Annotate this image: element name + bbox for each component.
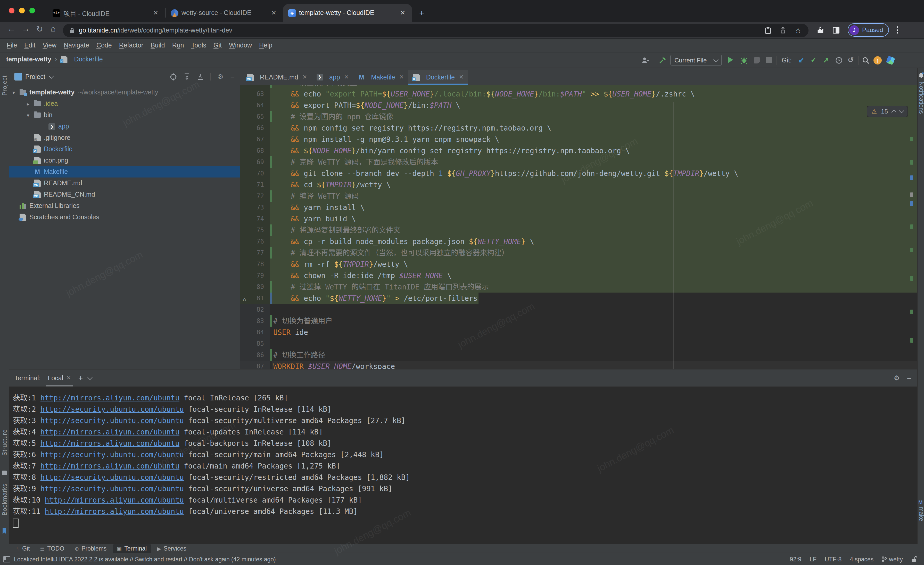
bookmark-star-icon[interactable]: ☆ <box>795 26 801 35</box>
run-configuration-select[interactable]: Current File <box>670 55 722 66</box>
close-tab-icon[interactable]: ✕ <box>344 74 349 81</box>
code-line[interactable]: 86# 切换工作路径 <box>240 349 917 361</box>
tree-item-bin[interactable]: ▾bin <box>9 110 240 121</box>
share-icon[interactable] <box>780 27 787 34</box>
tool-strip-make[interactable]: make <box>918 507 924 521</box>
notifications-bell-icon[interactable] <box>918 72 924 78</box>
code-line[interactable]: 72 # 编译 WeTTY 源码 <box>240 191 917 202</box>
terminal-settings-gear-icon[interactable]: ⚙ <box>894 374 900 382</box>
extensions-icon[interactable] <box>817 26 825 34</box>
terminal-link[interactable]: http://mirrors.aliyun.com/ubuntu <box>40 439 179 447</box>
new-tab-button[interactable]: + <box>415 7 429 20</box>
history-clock-icon[interactable] <box>836 57 843 64</box>
tree-item-icon-png[interactable]: icon.png <box>9 155 240 166</box>
code-line[interactable]: 63 && echo "export PATH=${USER_HOME}/.lo… <box>240 88 917 99</box>
run-button[interactable] <box>728 57 733 63</box>
tree-item-makefile[interactable]: MMakefile <box>9 166 240 177</box>
git-update-icon[interactable]: ↙ <box>798 56 804 64</box>
code-line[interactable]: 81⌂ && echo "${WETTY_HOME}" > /etc/port-… <box>240 293 917 304</box>
browser-tab[interactable]: wetty-source - CloudIDE✕ <box>165 4 283 22</box>
browser-menu-icon[interactable] <box>896 26 898 33</box>
address-bar[interactable]: go.titanide.cn/ide/web/coding/template-w… <box>63 24 808 37</box>
tool-strip-bookmarks[interactable]: Bookmarks <box>2 484 8 515</box>
project-panel-title[interactable]: Project <box>25 73 45 80</box>
status-message-text[interactable]: Localized IntelliJ IDEA 2022.2.2 is avai… <box>14 556 276 562</box>
menu-item-build[interactable]: Build <box>147 42 169 49</box>
close-tab-icon[interactable]: ✕ <box>399 74 404 81</box>
side-panel-icon[interactable] <box>832 26 840 34</box>
menu-item-code[interactable]: Code <box>93 42 116 49</box>
code-line[interactable]: 64 && export PATH=${NODE_HOME}/bin:$PATH… <box>240 99 917 111</box>
collapse-all-icon[interactable] <box>197 73 204 80</box>
terminal-cursor-line[interactable] <box>13 517 917 528</box>
tool-button-git[interactable]: ⑂Git <box>12 544 34 553</box>
tool-button-todo[interactable]: ☰TODO <box>36 544 68 553</box>
browser-tab[interactable]: <t>项目 - CloudIDE✕ <box>47 4 165 22</box>
terminal-link[interactable]: http://mirrors.aliyun.com/ubuntu <box>40 428 179 436</box>
editor-tab-readme-md[interactable]: MDREADME.md✕ <box>242 70 312 85</box>
debug-bug-icon[interactable] <box>740 56 748 64</box>
inspections-widget[interactable]: ⚠ 15 <box>867 106 908 117</box>
code-line[interactable]: 71 && cd ${TMPDIR}/wetty \ <box>240 179 917 191</box>
terminal-link[interactable]: http://security.ubuntu.com/ubuntu <box>40 405 184 413</box>
search-icon[interactable] <box>862 57 869 64</box>
profile-tool-icon[interactable] <box>641 56 650 64</box>
menu-item-window[interactable]: Window <box>225 42 255 49</box>
toolwindow-toggle-icon[interactable] <box>3 556 10 562</box>
terminal-dropdown-icon[interactable] <box>87 374 92 380</box>
code-line[interactable]: 65 # 设置为国内的 npm 仓库镜像 <box>240 111 917 122</box>
expand-all-icon[interactable] <box>184 73 190 80</box>
menu-item-help[interactable]: Help <box>255 42 276 49</box>
tool-button-problems[interactable]: ⊕Problems <box>70 544 111 553</box>
code-line[interactable]: 74 && yarn build \ <box>240 213 917 224</box>
chevron-down-icon[interactable] <box>49 73 54 78</box>
code-area[interactable]: 62 # 设置相关环境变量63 && echo "export PATH=${U… <box>240 85 917 369</box>
terminal-output[interactable]: 获取:1 http://mirrors.aliyun.com/ubuntu fo… <box>9 387 917 528</box>
browser-tab[interactable]: ◈template-wetty - CloudIDE✕ <box>283 4 412 22</box>
forward-icon[interactable]: → <box>22 24 30 33</box>
terminal-minimize-icon[interactable]: − <box>907 374 911 382</box>
bookmark-icon[interactable] <box>2 528 7 534</box>
gear-icon[interactable]: ⚙ <box>218 73 224 81</box>
tree-item-readme-cn-md[interactable]: MDREADME_CN.md <box>9 189 240 200</box>
home-icon[interactable]: ⌂ <box>51 24 56 33</box>
ide-update-icon[interactable]: ↑ <box>873 56 882 65</box>
line-separator[interactable]: LF <box>810 556 816 562</box>
git-branch-widget[interactable]: wetty <box>882 556 903 562</box>
tree-item--gitignore[interactable]: ⊘.gitignore <box>9 132 240 143</box>
caret-position[interactable]: 92:9 <box>790 556 801 562</box>
terminal-link[interactable]: http://mirrors.aliyun.com/ubuntu <box>45 507 184 515</box>
rollback-icon[interactable]: ↺ <box>848 56 854 64</box>
code-line[interactable]: 80 # 过滤掉 WeTTY 的端口在 TitanIDE 应用端口列表的展示 <box>240 281 917 293</box>
file-encoding[interactable]: UTF-8 <box>825 556 842 562</box>
tree-item-readme-md[interactable]: MDREADME.md <box>9 177 240 189</box>
terminal-link[interactable]: http://security.ubuntu.com/ubuntu <box>40 451 184 459</box>
locate-file-icon[interactable] <box>170 73 177 80</box>
menu-item-file[interactable]: File <box>3 42 21 49</box>
terminal-tab-local[interactable]: Local ✕ <box>46 370 73 386</box>
terminal-link[interactable]: http://security.ubuntu.com/ubuntu <box>40 484 184 493</box>
close-tab-icon[interactable]: ✕ <box>152 9 160 17</box>
clipboard-icon[interactable] <box>765 27 772 34</box>
hide-panel-icon[interactable]: − <box>231 72 235 81</box>
menu-item-tools[interactable]: Tools <box>188 42 210 49</box>
code-line[interactable]: 79 && chown -R ide:ide /tmp $USER_HOME \ <box>240 270 917 281</box>
terminal-link[interactable]: http://security.ubuntu.com/ubuntu <box>40 416 184 425</box>
editor-tab-makefile[interactable]: MMakefile✕ <box>354 70 409 85</box>
menu-item-refactor[interactable]: Refactor <box>116 42 147 49</box>
tree-chevron-icon[interactable]: ▾ <box>12 90 20 95</box>
code-line[interactable]: 76 && cp -r build node_modules package.j… <box>240 236 917 247</box>
menu-item-navigate[interactable]: Navigate <box>60 42 93 49</box>
coverage-icon[interactable] <box>754 57 760 63</box>
close-icon[interactable]: ✕ <box>66 374 71 381</box>
tree-chevron-icon[interactable]: ▸ <box>27 101 34 107</box>
tree-item-dockerfile[interactable]: DDockerfile <box>9 143 240 155</box>
tree-item-scratches-and-consoles[interactable]: Scratches and Consoles <box>9 212 240 223</box>
status-message[interactable]: Localized IntelliJ IDEA 2022.2.2 is avai… <box>3 556 276 562</box>
tree-item-external-libraries[interactable]: External Libraries <box>9 200 240 212</box>
terminal-link[interactable]: http://security.ubuntu.com/ubuntu <box>40 473 184 481</box>
menu-item-edit[interactable]: Edit <box>21 42 39 49</box>
browser-profile-button[interactable]: J Paused <box>848 23 889 37</box>
code-line[interactable]: 75 # 将源码复制到最终部署的文件夹 <box>240 224 917 236</box>
code-line[interactable]: 83# 切换为普通用户 <box>240 315 917 327</box>
